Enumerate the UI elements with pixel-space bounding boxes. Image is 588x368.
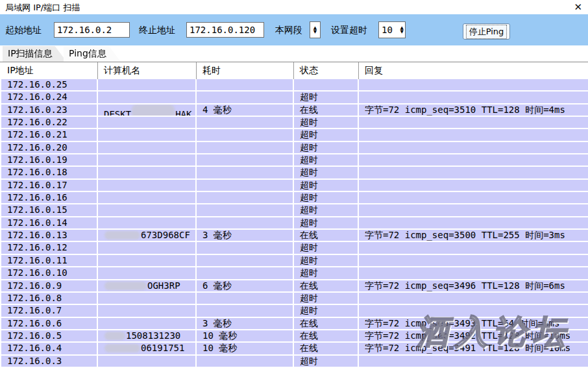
timeout-value[interactable]: 10	[379, 25, 400, 35]
timeout-stepper[interactable]: 10 ▲ ▼	[378, 21, 406, 38]
cell-status: 超时	[294, 293, 359, 304]
cell-status: 在线	[294, 230, 359, 241]
tab-bar: IP扫描信息 Ping信息	[0, 45, 588, 62]
table-row[interactable]: 172.16.0.21超时	[0, 129, 588, 141]
table-row[interactable]: 172.16.0.63 毫秒在线字节=72 icmp_seq=3493 TTL=…	[0, 318, 588, 330]
cell-elapsed	[197, 167, 294, 178]
start-address-input[interactable]: 172.16.0.2	[54, 22, 130, 38]
close-icon[interactable]: ✕	[574, 1, 582, 14]
table-row[interactable]: 172.16.0.15超时	[0, 204, 588, 217]
column-header-reply[interactable]: 回复	[359, 62, 588, 79]
end-address-label: 终止地址	[139, 25, 175, 36]
cell-reply	[359, 142, 588, 153]
table-row[interactable]: 172.16.0.3超时	[0, 356, 588, 368]
cell-reply	[359, 267, 588, 278]
table-row[interactable]: 172.16.0.22超时	[0, 117, 588, 129]
cell-status: 在线	[294, 330, 359, 341]
table-row[interactable]: 172.16.0.11超时	[0, 255, 588, 267]
cell-hostname	[98, 217, 197, 228]
cell-hostname: 673D968CF	[98, 230, 197, 241]
table-row[interactable]: 172.16.0.7超时	[0, 305, 588, 317]
table-row[interactable]: 172.16.0.14超时	[0, 217, 588, 230]
scan-results-table: IP地址 计算机名 耗时 状态 回复 172.16.0.25172.16.0.2…	[0, 62, 588, 368]
cell-status: 超时	[294, 117, 359, 128]
cell-reply	[359, 192, 588, 203]
cell-elapsed	[197, 356, 294, 367]
cell-reply	[359, 180, 588, 191]
table-row[interactable]: 172.16.0.40619175110 毫秒在线字节=72 icmp_seq=…	[0, 343, 588, 355]
table-row[interactable]: 172.16.0.8超时	[0, 293, 588, 305]
cell-hostname: OGH3RP	[98, 280, 197, 291]
cell-status: 超时	[294, 154, 359, 166]
cell-elapsed: 4 毫秒	[197, 104, 294, 116]
local-segment-label: 本网段	[275, 25, 302, 36]
cell-status: 超时	[294, 192, 359, 203]
cell-ip: 172.16.0.23	[0, 104, 98, 116]
cell-hostname	[98, 242, 197, 253]
table-row[interactable]: 172.16.0.5150813123010 毫秒在线字节=72 icmp_se…	[0, 330, 588, 343]
tab-ping-info[interactable]: Ping信息	[64, 46, 121, 62]
table-row[interactable]: 172.16.0.24超时	[0, 92, 588, 104]
spinner-down-icon[interactable]: ▼	[313, 30, 317, 34]
column-header-ip[interactable]: IP地址	[0, 62, 98, 79]
cell-hostname	[98, 180, 197, 191]
table-row[interactable]: 172.16.0.12超时	[0, 242, 588, 254]
cell-reply	[359, 217, 588, 228]
table-row[interactable]: 172.16.0.20超时	[0, 142, 588, 154]
cell-elapsed: 6 毫秒	[197, 280, 294, 291]
cell-elapsed	[197, 79, 294, 90]
table-body: 172.16.0.25172.16.0.24超时172.16.0.23DESKT…	[0, 79, 588, 368]
cell-hostname	[98, 92, 197, 103]
table-row[interactable]: 172.16.0.18超时	[0, 167, 588, 179]
cell-reply	[359, 79, 588, 90]
end-address-input[interactable]: 172.16.0.120	[186, 22, 264, 38]
cell-reply: 字节=72 icmp_seq=3492 TTL=128 时间=10ms	[359, 330, 588, 341]
cell-elapsed	[197, 293, 294, 304]
cell-ip: 172.16.0.9	[0, 280, 98, 291]
cell-hostname	[98, 318, 197, 329]
table-row[interactable]: 172.16.0.23DESKTHAK4 毫秒在线字节=72 icmp_seq=…	[0, 104, 588, 117]
cell-reply	[359, 356, 588, 367]
cell-status: 超时	[294, 92, 359, 103]
cell-status: 在线	[294, 104, 359, 116]
cell-reply: 字节=72 icmp_seq=3496 TTL=128 时间=6ms	[359, 280, 588, 291]
cell-reply: 字节=72 icmp_seq=3510 TTL=128 时间=4ms	[359, 104, 588, 116]
table-row[interactable]: 172.16.0.25	[0, 79, 588, 92]
table-row[interactable]: 172.16.0.19超时	[0, 154, 588, 167]
stop-ping-button[interactable]: 停止Ping	[463, 23, 510, 40]
cell-ip: 172.16.0.8	[0, 293, 98, 304]
column-header-status[interactable]: 状态	[294, 62, 359, 79]
cell-elapsed	[197, 217, 294, 228]
cell-hostname	[98, 167, 197, 178]
cell-status: 超时	[294, 255, 359, 266]
column-header-hostname[interactable]: 计算机名	[98, 62, 197, 79]
cell-elapsed	[197, 92, 294, 103]
cell-ip: 172.16.0.16	[0, 192, 98, 203]
window-title: 局域网 IP/端口 扫描	[5, 2, 80, 14]
table-row[interactable]: 172.16.0.16超时	[0, 192, 588, 204]
column-header-elapsed[interactable]: 耗时	[197, 62, 294, 79]
cell-ip: 172.16.0.12	[0, 242, 98, 253]
table-row[interactable]: 172.16.0.9OGH3RP6 毫秒在线字节=72 icmp_seq=349…	[0, 280, 588, 293]
cell-ip: 172.16.0.4	[0, 343, 98, 354]
cell-hostname	[98, 267, 197, 278]
table-row[interactable]: 172.16.0.10超时	[0, 267, 588, 280]
cell-ip: 172.16.0.17	[0, 180, 98, 191]
cell-ip: 172.16.0.18	[0, 167, 98, 178]
cell-status: 在线	[294, 343, 359, 354]
cell-reply: 字节=72 icmp_seq=3500 TTL=255 时间=3ms	[359, 230, 588, 241]
table-row[interactable]: 172.16.0.17超时	[0, 180, 588, 192]
toolbar: 起始地址 172.16.0.2 终止地址 172.16.0.120 本网段 ▲ …	[0, 14, 588, 45]
cell-reply	[359, 293, 588, 304]
spinner-down-icon[interactable]: ▼	[400, 30, 404, 34]
tab-ip-scan-info[interactable]: IP扫描信息	[3, 46, 67, 62]
stop-ping-button-label: 停止Ping	[466, 25, 508, 39]
cell-elapsed: 10 毫秒	[197, 343, 294, 354]
cell-status: 超时	[294, 180, 359, 191]
cell-elapsed	[197, 117, 294, 128]
segment-spinner[interactable]: ▲ ▼	[310, 21, 321, 38]
cell-ip: 172.16.0.3	[0, 356, 98, 367]
title-bar: 局域网 IP/端口 扫描 ✕	[0, 0, 588, 14]
table-row[interactable]: 172.16.0.13673D968CF3 毫秒在线字节=72 icmp_seq…	[0, 230, 588, 242]
cell-status: 在线	[294, 280, 359, 291]
